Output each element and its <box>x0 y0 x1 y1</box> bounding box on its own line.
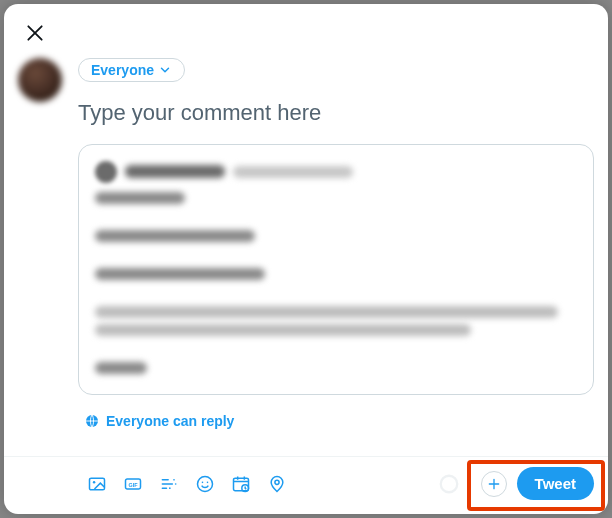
compose-area: Everyone Type your comment here <box>4 50 608 456</box>
character-count-ring <box>438 473 460 495</box>
quoted-line <box>95 268 265 280</box>
svg-point-10 <box>207 481 209 483</box>
quoted-username <box>125 165 225 178</box>
media-button[interactable] <box>86 473 108 495</box>
location-icon <box>267 474 287 494</box>
close-icon <box>25 23 45 43</box>
svg-text:GIF: GIF <box>128 481 138 487</box>
plus-icon <box>486 476 502 492</box>
svg-point-7 <box>169 487 171 489</box>
schedule-button[interactable] <box>230 473 252 495</box>
location-button[interactable] <box>266 473 288 495</box>
schedule-icon <box>231 474 251 494</box>
tweet-text-input[interactable]: Type your comment here <box>78 100 594 126</box>
modal-header <box>4 4 608 50</box>
poll-button[interactable] <box>158 473 180 495</box>
toolbar-right: Tweet <box>438 467 594 500</box>
svg-point-6 <box>175 483 177 485</box>
tweet-button[interactable]: Tweet <box>517 467 594 500</box>
emoji-button[interactable] <box>194 473 216 495</box>
audience-label: Everyone <box>91 62 154 78</box>
close-button[interactable] <box>18 16 52 50</box>
chevron-down-icon <box>158 63 172 77</box>
add-thread-button[interactable] <box>481 471 507 497</box>
gif-icon: GIF <box>123 474 143 494</box>
reply-settings-label: Everyone can reply <box>106 413 234 429</box>
toolbar-divider <box>470 469 471 499</box>
gif-button[interactable]: GIF <box>122 473 144 495</box>
poll-icon <box>159 474 179 494</box>
compose-main: Everyone Type your comment here <box>78 58 594 456</box>
svg-point-9 <box>202 481 204 483</box>
toolbar-left: GIF <box>86 473 288 495</box>
quoted-line <box>95 192 185 204</box>
quoted-line <box>95 324 471 336</box>
svg-point-14 <box>440 475 457 492</box>
quoted-line <box>95 230 255 242</box>
emoji-icon <box>195 474 215 494</box>
quoted-avatar <box>95 161 117 183</box>
reply-settings[interactable]: Everyone can reply <box>78 409 234 437</box>
svg-point-2 <box>93 481 96 484</box>
globe-icon <box>84 413 100 429</box>
image-icon <box>87 474 107 494</box>
quoted-tweet[interactable] <box>78 144 594 395</box>
compose-toolbar: GIF Tweet <box>4 456 608 514</box>
svg-point-8 <box>198 476 213 491</box>
svg-rect-1 <box>90 478 105 490</box>
audience-selector[interactable]: Everyone <box>78 58 185 82</box>
user-avatar[interactable] <box>18 58 62 102</box>
quoted-line <box>95 362 147 374</box>
quoted-line <box>95 306 558 318</box>
svg-point-13 <box>275 480 279 484</box>
quoted-tweet-header <box>95 159 577 184</box>
quoted-handle <box>233 166 353 178</box>
svg-point-5 <box>173 479 175 481</box>
compose-tweet-modal: Everyone Type your comment here <box>4 4 608 514</box>
